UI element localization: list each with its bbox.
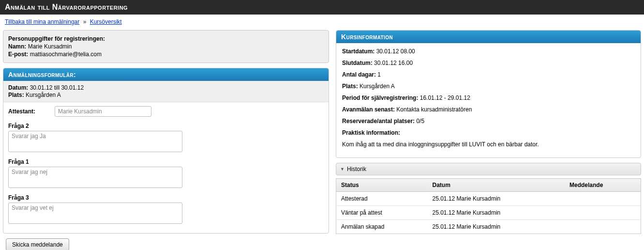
history-accordion-header[interactable]: ▼ Historik [336,163,641,175]
question-1-textarea[interactable] [8,167,182,188]
history-col-date: Datum [428,179,565,192]
breadcrumb-back-link[interactable]: Tillbaka till mina anmälningar [5,18,79,25]
place-value: Kursgården A [359,83,395,90]
form-date-label: Datum: [8,84,28,91]
history-msg [565,192,641,206]
cancel-label: Avanmälan senast: [342,106,395,113]
question-3-label: Fråga 3 [8,194,324,201]
form-heading: Anmälningsformulär: [3,68,329,81]
person-email-value: mattiasochmarie@telia.com [30,51,102,58]
place-label: Plats: [342,83,358,90]
course-info-heading: Kursinformation [336,31,641,43]
days-value: 1 [377,71,381,78]
history-date: 25.01.12 Marie Kursadmin [428,220,565,234]
history-msg [565,206,641,220]
practical-label: Praktisk information: [342,129,400,136]
history-table: Status Datum Meddelande Attesterad 25.01… [336,178,641,234]
history-col-msg: Meddelande [565,179,641,192]
attestant-input[interactable] [55,106,151,117]
table-row: Attesterad 25.01.12 Marie Kursadmin [336,192,641,206]
history-status: Attesterad [336,192,428,206]
form-place-label: Plats: [8,92,24,98]
page-title: Anmälan till Närvarorapportering [0,0,644,15]
send-message-button[interactable]: Skicka meddelande [6,238,69,250]
chevron-down-icon: ▼ [340,167,344,172]
selfreg-value: 16.01.12 - 29.01.12 [420,94,470,101]
person-name-label: Namn: [8,43,26,50]
table-row: Väntar på attest 25.01.12 Marie Kursadmi… [336,206,641,220]
days-label: Antal dagar: [342,71,376,78]
end-date-label: Slutdatum: [342,60,373,66]
history-status: Anmälan skapad [336,220,428,234]
table-row: Anmälan skapad 25.01.12 Marie Kursadmin [336,220,641,234]
question-1-label: Fråga 1 [8,158,324,165]
selfreg-label: Period för självregistrering: [342,94,418,101]
end-date-value: 30.01.12 16.00 [374,60,413,66]
start-date-value: 30.01.12 08.00 [376,48,415,55]
form-place-value: Kursgården A [26,92,61,98]
history-status: Väntar på attest [336,206,428,220]
practical-text: Kom ihåg att ta med dina inloggningsuppg… [342,141,635,148]
person-email-label: E-post: [8,51,28,58]
question-2-label: Fråga 2 [8,123,324,129]
person-name-value: Marie Kursadmin [28,43,72,50]
attestant-label: Attestant: [8,108,35,115]
start-date-label: Startdatum: [342,48,374,55]
history-date: 25.01.12 Marie Kursadmin [428,206,565,220]
history-heading: Historik [347,166,366,172]
course-info-panel: Kursinformation Startdatum: 30.01.12 08.… [336,30,641,158]
form-date-value: 30.01.12 till 30.01.12 [30,84,84,91]
seats-label: Reserverade/antal platser: [342,118,415,125]
history-col-status: Status [336,179,428,192]
history-msg [565,220,641,234]
cancel-value: Kontakta kursadministratören [396,106,472,113]
person-heading: Personuppgifter för registreringen: [8,35,105,42]
question-3-textarea[interactable] [8,203,182,224]
breadcrumb-current-link[interactable]: Kursöversikt [90,18,122,25]
breadcrumb: Tillbaka till mina anmälningar » Kursöve… [0,15,644,30]
history-date: 25.01.12 Marie Kursadmin [428,192,565,206]
seats-value: 0/5 [416,118,424,125]
question-2-textarea[interactable] [8,131,182,152]
breadcrumb-separator: » [81,18,89,25]
registration-form-panel: Anmälningsformulär: Datum: 30.01.12 till… [3,68,329,234]
person-info-panel: Personuppgifter för registreringen: Namn… [3,30,329,63]
